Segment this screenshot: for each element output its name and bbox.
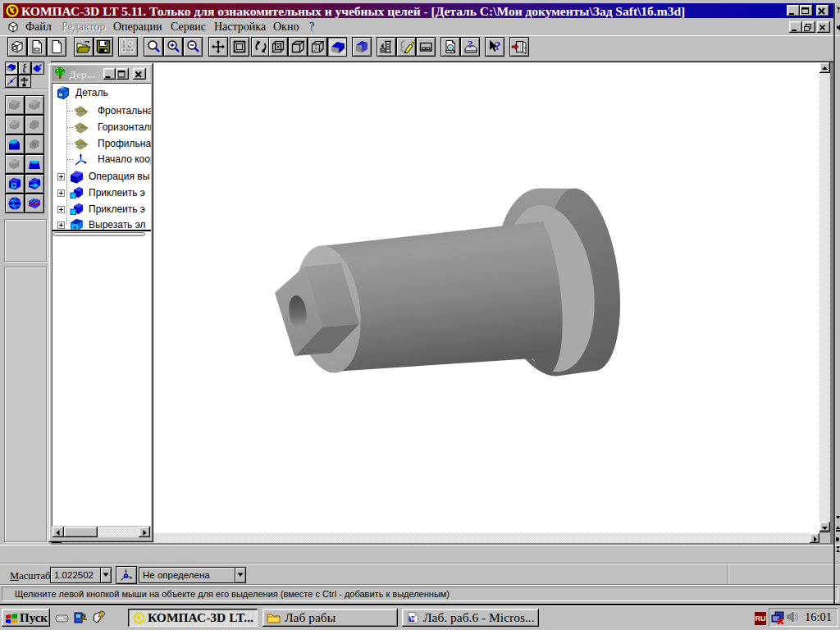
svg-text:?: ?: [468, 39, 473, 50]
svg-text:9: 9: [82, 612, 86, 620]
svg-text:W: W: [410, 615, 417, 623]
svg-text:?: ?: [495, 39, 501, 52]
